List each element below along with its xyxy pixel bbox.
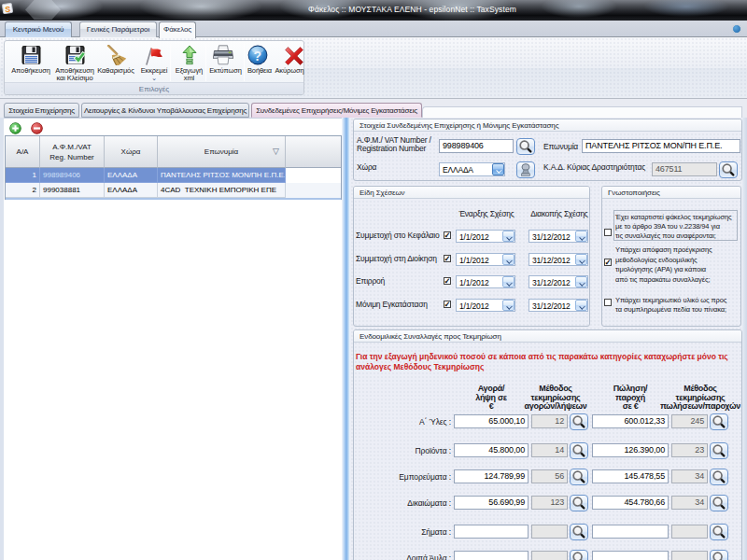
svg-text:?: ? xyxy=(253,49,261,63)
svg-text:S: S xyxy=(5,5,10,14)
